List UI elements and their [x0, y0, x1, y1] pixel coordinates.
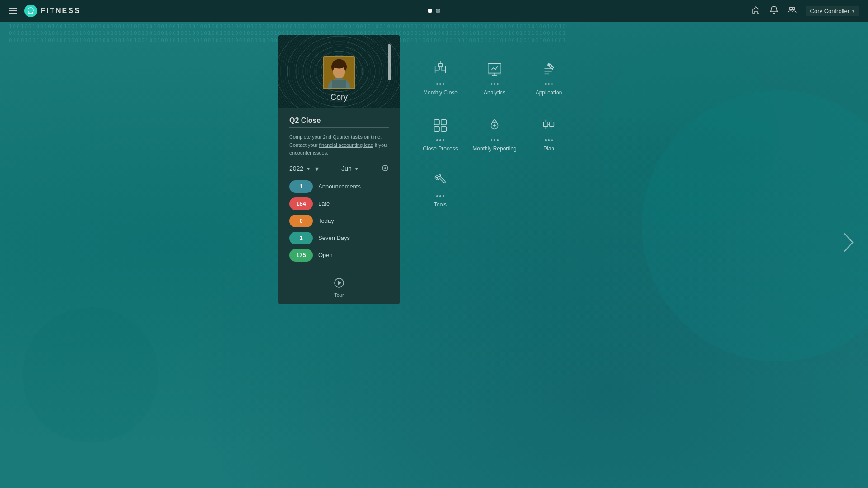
home-icon[interactable] [751, 5, 760, 17]
topbar-right: Cory Controller ▾ [751, 5, 859, 17]
nav-label-monthly-close: Monthly Close [423, 89, 458, 96]
svg-point-0 [789, 7, 792, 10]
month-dropdown-icon: ▼ [354, 166, 359, 171]
nav-dots [491, 139, 499, 141]
nav-dots [545, 83, 553, 85]
nav-item-plan[interactable]: Plan [522, 105, 576, 161]
svg-rect-39 [550, 122, 554, 127]
task-item[interactable]: 184 Late [289, 197, 389, 210]
topbar-pagination [428, 9, 440, 13]
year-selector[interactable]: 2022 ▼ ▾ [289, 164, 319, 173]
user-name: Cory [330, 93, 348, 102]
svg-rect-25 [488, 64, 501, 73]
svg-rect-34 [441, 120, 446, 125]
svg-rect-33 [434, 120, 439, 125]
svg-rect-15 [332, 80, 346, 88]
nav-label-plan: Plan [543, 145, 554, 152]
nav-item-application[interactable]: Application [522, 49, 576, 105]
task-label: Seven Days [318, 235, 350, 241]
topbar: FITNESS Cory Controller [0, 0, 868, 22]
nav-dots [436, 139, 444, 141]
monthly-close-icon [429, 58, 451, 80]
user-chevron: ▾ [852, 9, 854, 14]
nav-item-monthly-reporting[interactable]: Monthly Reporting [467, 105, 522, 161]
tour-play-icon[interactable] [334, 277, 344, 291]
task-label: Open [318, 252, 333, 258]
task-label: Late [318, 200, 330, 207]
month-label: Jun [341, 165, 352, 172]
section-divider [289, 127, 389, 128]
month-selector[interactable]: Jun ▼ [341, 165, 359, 172]
year-dropdown-icon: ▼ [306, 166, 311, 171]
svg-point-1 [792, 7, 795, 10]
task-label: Announcements [318, 183, 361, 190]
analytics-icon [484, 58, 505, 80]
user-card-footer: Tour [278, 271, 400, 304]
year-label: 2022 [289, 165, 303, 172]
nav-item-analytics[interactable]: Analytics [467, 49, 522, 105]
task-label: Today [318, 217, 334, 224]
task-badge: 0 [289, 215, 313, 227]
nav-label-monthly-reporting: Monthly Reporting [472, 145, 516, 152]
nav-label-tools: Tools [434, 202, 447, 208]
plan-icon [538, 114, 560, 136]
application-icon [538, 58, 560, 80]
user-card-body: Q2 Close Complete your 2nd Quarter tasks… [278, 108, 400, 271]
page-dot-1[interactable] [428, 9, 432, 13]
nav-item-close-process[interactable]: Close Process [413, 105, 467, 161]
users-icon[interactable] [788, 5, 797, 17]
svg-point-29 [548, 64, 550, 66]
tour-label: Tour [334, 292, 344, 298]
nav-dots [436, 83, 444, 85]
svg-point-14 [332, 60, 346, 69]
task-badge: 1 [289, 180, 313, 193]
user-card-header: Cory [278, 35, 400, 108]
header-accent [388, 44, 391, 80]
logo: FITNESS [24, 5, 81, 17]
task-badge: 184 [289, 197, 313, 210]
nav-label-analytics: Analytics [484, 89, 505, 96]
svg-rect-38 [544, 122, 548, 127]
user-badge[interactable]: Cory Controller ▾ [806, 6, 859, 16]
monthly-reporting-icon [484, 114, 505, 136]
logo-icon [24, 5, 37, 17]
nav-label-application: Application [536, 89, 562, 96]
nav-label-close-process: Close Process [423, 145, 458, 152]
task-item[interactable]: 0 Today [289, 215, 389, 227]
accounting-lead-link[interactable]: financial accounting lead [319, 142, 373, 148]
user-avatar [323, 56, 355, 89]
task-item[interactable]: 175 Open [289, 249, 389, 262]
nav-panel: Monthly Close Analytics Application Clos… [400, 35, 590, 230]
task-list: 1 Announcements 184 Late 0 Today 1 Seven… [289, 180, 389, 262]
topbar-left: FITNESS [9, 5, 81, 17]
download-icon[interactable] [382, 164, 389, 173]
section-desc: Complete your 2nd Quarter tasks on time.… [289, 133, 389, 157]
nav-dots [436, 195, 444, 197]
logo-text: FITNESS [41, 7, 81, 15]
user-label: Cory Controller [810, 8, 849, 14]
task-badge: 175 [289, 249, 313, 262]
task-badge: 1 [289, 232, 313, 244]
page-dot-2[interactable] [436, 9, 440, 13]
svg-rect-36 [441, 127, 446, 131]
task-item[interactable]: 1 Seven Days [289, 232, 389, 244]
user-card: Cory Q2 Close Complete your 2nd Quarter … [278, 35, 400, 304]
nav-item-monthly-close[interactable]: Monthly Close [413, 49, 467, 105]
bell-icon[interactable] [769, 5, 778, 17]
close-process-icon [429, 114, 451, 136]
nav-item-tools[interactable]: Tools [413, 161, 467, 217]
svg-rect-35 [434, 127, 439, 131]
menu-button[interactable] [9, 8, 17, 14]
nav-dots [545, 139, 553, 141]
date-row: 2022 ▼ ▾ Jun ▼ [289, 164, 389, 173]
nav-dots [491, 83, 499, 85]
task-item[interactable]: 1 Announcements [289, 180, 389, 193]
section-title: Q2 Close [289, 117, 389, 125]
main-content: Cory Q2 Close Complete your 2nd Quarter … [0, 22, 868, 488]
tools-icon [429, 170, 451, 192]
next-page-button[interactable] [841, 231, 854, 257]
